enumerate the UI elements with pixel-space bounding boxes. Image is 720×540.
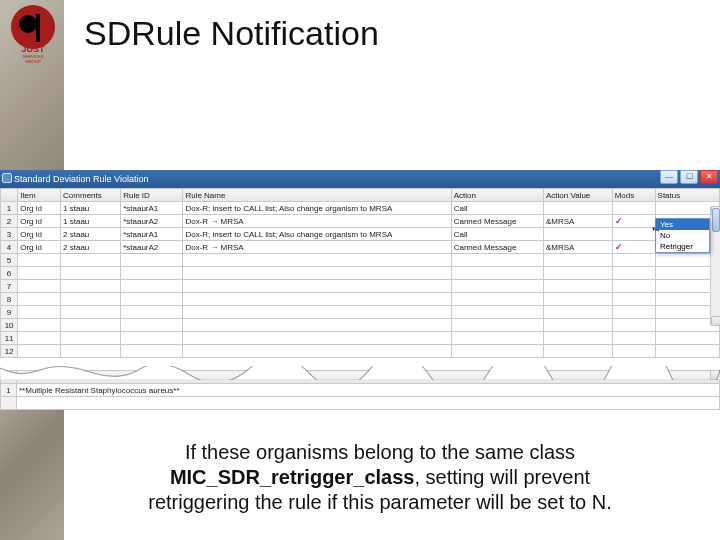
table-row[interactable]: 10	[1, 319, 720, 332]
grid-cell[interactable]	[543, 319, 612, 332]
table-row[interactable]: 9	[1, 306, 720, 319]
grid-cell[interactable]	[183, 345, 451, 358]
grid-cell[interactable]: Canned Message	[451, 241, 543, 254]
maximize-button[interactable]: ☐	[680, 170, 698, 184]
col-status[interactable]: Status	[655, 189, 719, 202]
grid-cell[interactable]: ✓	[612, 215, 655, 228]
lower-grid[interactable]: Item 1 **Multiple Resistant Staphylococc…	[0, 370, 720, 410]
grid-cell[interactable]	[18, 254, 61, 267]
grid-cell[interactable]: Call	[451, 202, 543, 215]
grid-cell[interactable]	[612, 345, 655, 358]
grid-cell[interactable]	[18, 280, 61, 293]
status-option-retrigger[interactable]: Retrigger	[656, 241, 709, 252]
table-row[interactable]: 6	[1, 267, 720, 280]
grid-cell[interactable]	[61, 254, 121, 267]
grid-cell[interactable]: &MRSA	[543, 215, 612, 228]
grid-cell[interactable]	[451, 280, 543, 293]
grid-cell[interactable]	[121, 254, 183, 267]
grid-cell[interactable]	[612, 228, 655, 241]
window-titlebar[interactable]: Standard Deviation Rule Violation — ☐ ✕	[0, 170, 720, 188]
table-row[interactable]: 11	[1, 332, 720, 345]
grid-cell[interactable]	[612, 202, 655, 215]
grid-cell[interactable]	[183, 332, 451, 345]
grid-cell[interactable]: *staaurA1	[121, 228, 183, 241]
grid-cell[interactable]	[612, 293, 655, 306]
grid-scrollbar[interactable]	[710, 206, 720, 326]
grid-cell[interactable]	[18, 306, 61, 319]
lower-cell[interactable]: **Multiple Resistant Staphylococcus aure…	[17, 384, 720, 397]
grid-cell[interactable]: 1 staau	[61, 202, 121, 215]
rules-grid[interactable]: Item Comments Rule ID Rule Name Action A…	[0, 188, 720, 358]
grid-cell[interactable]	[61, 345, 121, 358]
grid-cell[interactable]: Dox-R → MRSA	[183, 215, 451, 228]
table-row[interactable]: 4Org id2 staau*staaurA2Dox-R → MRSACanne…	[1, 241, 720, 254]
col-comments[interactable]: Comments	[61, 189, 121, 202]
table-row[interactable]: 1 **Multiple Resistant Staphylococcus au…	[1, 384, 720, 397]
grid-cell[interactable]: 2 staau	[61, 228, 121, 241]
grid-cell[interactable]: Dox-R → MRSA	[183, 241, 451, 254]
grid-cell[interactable]: Org id	[18, 241, 61, 254]
grid-cell[interactable]	[612, 306, 655, 319]
grid-cell[interactable]	[121, 306, 183, 319]
grid-cell[interactable]	[183, 267, 451, 280]
status-option-no[interactable]: No	[656, 230, 709, 241]
minimize-button[interactable]: —	[660, 170, 678, 184]
table-row[interactable]: 3Org id2 staau*staaurA1Dox-R; insert to …	[1, 228, 720, 241]
grid-cell[interactable]	[543, 332, 612, 345]
table-row[interactable]: 7	[1, 280, 720, 293]
grid-cell[interactable]	[121, 293, 183, 306]
table-row[interactable]: 5	[1, 254, 720, 267]
grid-cell[interactable]	[18, 293, 61, 306]
grid-cell[interactable]: ✓	[612, 241, 655, 254]
grid-cell[interactable]	[612, 267, 655, 280]
grid-cell[interactable]	[121, 280, 183, 293]
col-ruleid[interactable]: Rule ID	[121, 189, 183, 202]
grid-cell[interactable]	[121, 267, 183, 280]
grid-cell[interactable]	[655, 345, 719, 358]
grid-cell[interactable]: 2 staau	[61, 241, 121, 254]
grid-cell[interactable]	[612, 319, 655, 332]
grid-cell[interactable]	[121, 319, 183, 332]
grid-cell[interactable]: Dox-R; insert to CALL list; Also change …	[183, 228, 451, 241]
table-row[interactable]: 2Org id1 staau*staaurA2Dox-R → MRSACanne…	[1, 215, 720, 228]
lower-col-item[interactable]: Item	[17, 371, 720, 384]
grid-cell[interactable]	[451, 319, 543, 332]
table-row[interactable]: 12	[1, 345, 720, 358]
grid-cell[interactable]	[543, 254, 612, 267]
grid-cell[interactable]	[183, 280, 451, 293]
grid-cell[interactable]	[451, 254, 543, 267]
grid-cell[interactable]	[543, 345, 612, 358]
grid-cell[interactable]: *staaurA2	[121, 215, 183, 228]
grid-cell[interactable]	[451, 332, 543, 345]
grid-cell[interactable]	[655, 332, 719, 345]
grid-cell[interactable]	[612, 280, 655, 293]
grid-cell[interactable]	[61, 280, 121, 293]
grid-cell[interactable]: Org id	[18, 228, 61, 241]
grid-cell[interactable]	[183, 293, 451, 306]
grid-cell[interactable]	[612, 254, 655, 267]
col-rulename[interactable]: Rule Name	[183, 189, 451, 202]
grid-cell[interactable]	[18, 345, 61, 358]
grid-cell[interactable]	[183, 306, 451, 319]
grid-cell[interactable]	[183, 319, 451, 332]
grid-cell[interactable]	[451, 345, 543, 358]
grid-cell[interactable]	[543, 293, 612, 306]
col-item[interactable]: Item	[18, 189, 61, 202]
grid-cell[interactable]: Canned Message	[451, 215, 543, 228]
grid-cell[interactable]	[183, 254, 451, 267]
grid-cell[interactable]	[451, 306, 543, 319]
grid-cell[interactable]	[61, 306, 121, 319]
col-action[interactable]: Action	[451, 189, 543, 202]
grid-cell[interactable]	[451, 293, 543, 306]
grid-cell[interactable]	[612, 332, 655, 345]
grid-cell[interactable]: Org id	[18, 202, 61, 215]
grid-cell[interactable]	[121, 332, 183, 345]
grid-cell[interactable]: *staaurA1	[121, 202, 183, 215]
table-row[interactable]: 1Org id1 staau*staaurA1Dox-R; insert to …	[1, 202, 720, 215]
grid-cell[interactable]	[543, 228, 612, 241]
grid-cell[interactable]: &MRSA	[543, 241, 612, 254]
grid-cell[interactable]: Dox-R; insert to CALL list; Also change …	[183, 202, 451, 215]
grid-cell[interactable]	[543, 280, 612, 293]
grid-cell[interactable]: Org id	[18, 215, 61, 228]
close-button[interactable]: ✕	[700, 170, 718, 184]
